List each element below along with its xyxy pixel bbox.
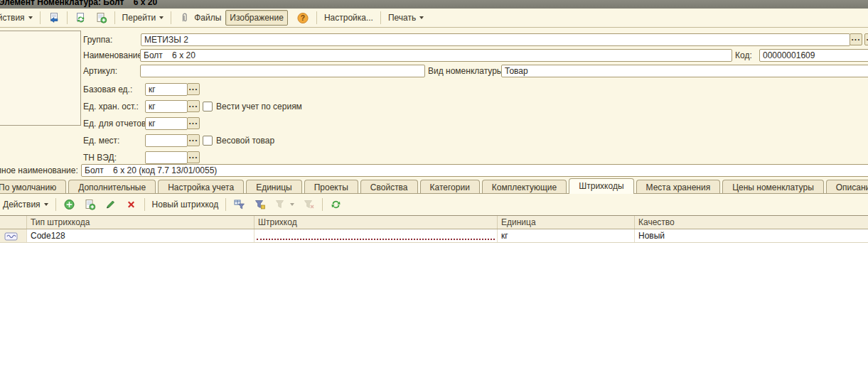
toolbar-separator <box>40 11 41 24</box>
chevron-down-icon <box>44 203 48 206</box>
storage-unit-select-button[interactable]: ... <box>187 100 200 112</box>
places-unit-input[interactable] <box>145 134 188 147</box>
barcode-row-icon <box>4 231 18 241</box>
tab-proekty[interactable]: Проекты <box>304 180 358 194</box>
tab-svoystva[interactable]: Свойства <box>360 180 418 194</box>
group-select-button[interactable]: ... <box>850 33 862 45</box>
filter-history-button[interactable] <box>270 196 299 213</box>
refresh-icon <box>330 199 342 210</box>
pencil-icon <box>105 199 117 210</box>
barcodes-table-header[interactable]: Тип штрихкода Штрихкод Единица Качество <box>0 215 868 229</box>
help-icon: ? <box>296 12 309 24</box>
base-unit-label: Базовая ед.: <box>83 85 132 94</box>
main-toolbar: Действия <box>0 9 868 28</box>
paperclip-icon <box>178 12 191 23</box>
column-header-unit[interactable]: Единица <box>498 216 635 229</box>
places-unit-select-button[interactable]: ... <box>187 134 200 146</box>
tab-edinitsy[interactable]: Единицы <box>246 180 302 194</box>
name-label: Наименование: <box>83 50 145 60</box>
group-open-button[interactable]: ... <box>864 33 868 45</box>
set-filter-button[interactable] <box>229 196 250 213</box>
settings-button[interactable]: Настройка... <box>320 10 377 26</box>
files-label: Файлы <box>194 13 221 23</box>
table-row[interactable]: Code128 кг Новый <box>0 229 868 243</box>
group-input[interactable]: МЕТИЗЫ 2 <box>141 33 850 46</box>
files-button[interactable]: Файлы <box>174 9 225 26</box>
table-empty-area[interactable] <box>0 243 868 365</box>
weight-goods-label: Весовой товар <box>216 136 274 146</box>
weight-goods-checkbox[interactable] <box>203 136 213 146</box>
column-header-quality[interactable]: Качество <box>635 216 868 229</box>
barcodes-actions-label: Действия <box>3 200 41 209</box>
barcodes-table: Тип штрихкода Штрихкод Единица Качество … <box>0 215 868 365</box>
refresh-button[interactable] <box>326 196 346 213</box>
group-label: Группа: <box>83 35 112 45</box>
toolbar-separator <box>225 198 226 211</box>
image-label: Изображение <box>230 13 284 23</box>
image-toggle-button[interactable]: Изображение <box>225 10 288 26</box>
print-label: Печать <box>388 13 416 23</box>
copy-row-button[interactable] <box>80 196 100 213</box>
tab-kategorii[interactable]: Категории <box>420 180 480 194</box>
filter-history-icon <box>274 199 286 210</box>
cell-barcode[interactable] <box>254 229 498 242</box>
base-unit-input[interactable]: кг <box>145 83 188 96</box>
column-header-barcode-type[interactable]: Тип штрихкода <box>27 216 254 229</box>
filter-by-value-button[interactable] <box>250 196 270 213</box>
storage-unit-input[interactable]: кг <box>145 100 188 113</box>
places-unit-label: Ед. мест: <box>83 136 119 146</box>
cell-quality[interactable]: Новый <box>635 229 868 242</box>
base-unit-select-button[interactable]: ... <box>187 83 200 95</box>
screenshot-viewport: Элемент Номенклатура: Болт 6 х 20 Действ… <box>0 0 868 365</box>
tnved-select-button[interactable]: ... <box>187 151 200 163</box>
series-accounting-checkbox[interactable] <box>203 102 213 111</box>
reread-button[interactable] <box>70 9 91 26</box>
cell-unit[interactable]: кг <box>498 229 635 242</box>
full-name-input[interactable]: Болт 6 х 20 (код 7.7 13/01/0055) <box>81 164 868 177</box>
actions-menu-label: Действия <box>0 13 25 23</box>
article-input[interactable] <box>140 65 425 77</box>
tnved-label: ТН ВЭД: <box>83 153 117 163</box>
toolbar-separator <box>316 11 317 24</box>
column-header-barcode[interactable]: Штрихкод <box>254 216 498 229</box>
report-unit-input[interactable]: кг <box>145 117 188 130</box>
chevron-down-icon <box>290 203 294 206</box>
tab-komplektuyushchie[interactable]: Комплектующие <box>482 180 567 194</box>
tab-shtrihkody-active[interactable]: Штрихкоды <box>569 178 633 194</box>
clear-filter-button[interactable] <box>299 196 319 213</box>
code-input[interactable]: 00000001609 <box>759 49 868 62</box>
code-label: Код: <box>735 50 752 60</box>
tab-tseny-nomenklatury[interactable]: Цены номенклатуры <box>722 180 824 194</box>
report-unit-select-button[interactable]: ... <box>187 117 200 129</box>
name-input[interactable]: Болт 6 х 20 <box>140 49 732 62</box>
delete-row-button[interactable] <box>121 196 141 213</box>
cell-barcode-type[interactable]: Code128 <box>27 229 254 242</box>
actions-menu-button[interactable]: Действия <box>0 10 37 26</box>
copy-record-button[interactable] <box>91 9 112 26</box>
kind-input[interactable]: Товар <box>501 65 868 77</box>
tab-mesta-hraneniya[interactable]: Места хранения <box>636 180 721 194</box>
chevron-down-icon <box>419 16 424 19</box>
filter-value-icon <box>254 199 266 210</box>
add-row-button[interactable] <box>59 196 80 213</box>
new-barcode-button[interactable]: Новый штрихкод <box>148 197 223 212</box>
tab-opisanie[interactable]: Описание <box>826 180 868 194</box>
refresh-document-icon <box>75 12 87 23</box>
chevron-down-icon <box>159 16 164 19</box>
row-marker-column-header <box>0 216 27 229</box>
edit-row-button[interactable] <box>100 196 121 213</box>
barcodes-actions-menu-button[interactable]: Действия <box>0 197 53 212</box>
row-marker-cell <box>0 229 27 242</box>
tab-dopolnitelnye[interactable]: Дополнительные <box>68 180 156 194</box>
save-record-button[interactable] <box>43 9 64 26</box>
window-title: Элемент Номенклатура: Болт 6 х 20 <box>0 0 157 7</box>
tab-po-umolchaniyu[interactable]: По умолчанию <box>0 180 66 194</box>
kind-label: Вид номенклатуры: <box>428 66 505 76</box>
goto-menu-button[interactable]: Перейти <box>118 10 168 26</box>
tab-nastroyka-ucheta[interactable]: Настройка учета <box>158 180 244 194</box>
print-menu-button[interactable]: Печать <box>384 10 428 26</box>
item-image-placeholder[interactable] <box>0 31 81 126</box>
tnved-input[interactable] <box>145 151 188 164</box>
barcodes-tab-panel: Действия <box>0 193 868 365</box>
help-button[interactable]: ? <box>292 9 314 27</box>
